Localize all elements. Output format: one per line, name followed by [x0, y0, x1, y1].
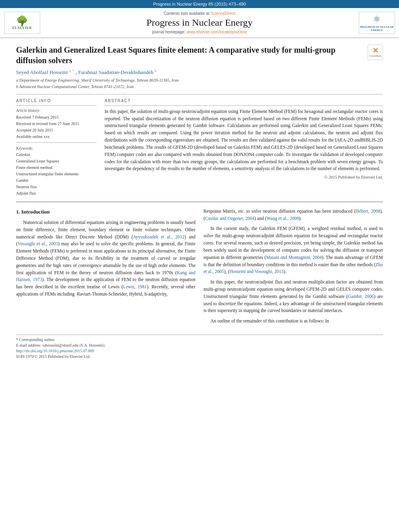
ref-hosseini[interactable]: Hosseini and Vosoughi, 2013: [230, 269, 284, 274]
divider-1: [16, 94, 383, 94]
abstract-text: In this paper, the solution of multi-gro…: [105, 105, 383, 173]
article-content: Galerkin and Generalized Least Squares f…: [0, 38, 399, 366]
article-body: 1. Introduction Numerical solution of di…: [16, 201, 383, 328]
ref-kang[interactable]: Kang and Hansen, 1973: [16, 270, 195, 282]
received-date: Received 7 February 2015: [16, 114, 97, 121]
email-address[interactable]: sahosseini@sharif.edu: [42, 343, 78, 347]
keywords-section: Keywords: Galerkin Generalized Least Squ…: [16, 146, 97, 197]
affiliations: a Department of Energy Engineering, Shar…: [16, 77, 383, 90]
elsevier-logo: 🌳 ELSEVIER: [4, 12, 40, 34]
journal-header: 🌳 ELSEVIER Contents lists available at S…: [0, 8, 399, 38]
journal-title: Progress in Nuclear Energy: [40, 17, 359, 28]
homepage-line: journal homepage: www.elsevier.com/locat…: [40, 30, 359, 34]
elsevier-tree-icon: 🌳: [16, 16, 28, 26]
ref-ayyoubzadeh[interactable]: Ayyoubzadeh et al., 2012: [133, 234, 184, 239]
issn-text: 0149-1970/© 2015 Published by Elsevier L…: [16, 354, 90, 359]
abstract-label: ABSTRACT: [105, 99, 383, 103]
intro-para3: In the current study, the Galerkin FEM (…: [204, 225, 383, 275]
ref-gambit[interactable]: Gambit, 2006: [348, 294, 374, 299]
article-footer: * Corresponding author. E-mail address: …: [16, 335, 383, 359]
keyword-4: Unstructured triangular finite elements: [16, 171, 97, 177]
atom-icon: ⚛: [373, 14, 381, 25]
history-label: Article history:: [16, 108, 97, 113]
body-column-right: Response Matrix, etc. to solve neutron d…: [204, 208, 383, 328]
corresponding-author-note: * Corresponding author.: [16, 337, 383, 342]
email-note: E-mail address: sahosseini@sharif.edu (S…: [16, 343, 383, 347]
keyword-7: Adjoint flux: [16, 190, 97, 197]
banner-text: Progress in Nuclear Energy 85 (2015) 473…: [153, 2, 246, 6]
journal-center-info: Contents lists available at ScienceDirec…: [40, 11, 359, 34]
keyword-5: Gambit: [16, 177, 97, 184]
ref-lewis[interactable]: Lewis, 1981: [123, 284, 147, 289]
ref-cavdar[interactable]: Cavdar and Ozgener, 2004: [205, 216, 255, 221]
copyright-line: © 2015 Published by Elsevier Ltd.: [105, 175, 383, 179]
keyword-6: Neutron flux: [16, 184, 97, 190]
author1-name[interactable]: Seyed Abolfazl Hosseini: [16, 69, 68, 75]
affiliation-a: a Department of Energy Engineering, Shar…: [16, 77, 383, 84]
accepted-date: Accepted 20 July 2015: [16, 127, 97, 134]
keyword-3: Finite element method: [16, 164, 97, 171]
article-info-panel: ARTICLE INFO Article history: Received 7…: [16, 99, 97, 197]
author2-sup: b: [154, 69, 156, 73]
crossmark-icon: ✕: [372, 47, 378, 54]
abstract-section: ABSTRACT In this paper, the solution of …: [105, 99, 383, 197]
authors-line: Seyed Abolfazl Hosseini a, * , Farahnaz …: [16, 69, 383, 76]
content-line-text: Contents lists available at: [164, 11, 209, 16]
article-info-label: ARTICLE INFO: [16, 99, 97, 103]
doi-link[interactable]: http://dx.doi.org/10.1016/j.pnucene.2015…: [16, 349, 94, 353]
ref-vosoughi[interactable]: Vosoughi et al., 2003: [18, 241, 58, 246]
doi-line: http://dx.doi.org/10.1016/j.pnucene.2015…: [16, 349, 383, 353]
author1-sup: a, *: [69, 69, 74, 73]
science-direct-link[interactable]: ScienceDirect: [210, 11, 235, 16]
intro-para2: Response Matrix, etc. to solve neutron d…: [204, 208, 383, 222]
body-column-left: 1. Introduction Numerical solution of di…: [16, 208, 195, 328]
article-title: Galerkin and Generalized Least Squares f…: [16, 45, 368, 66]
content-line: Contents lists available at ScienceDirec…: [40, 11, 359, 16]
pne-label: PROGRESS IN NUCLEAR ENERGY: [359, 25, 395, 32]
keywords-label: Keywords:: [16, 146, 97, 150]
top-banner: Progress in Nuclear Energy 85 (2015) 473…: [0, 0, 399, 8]
ref-hebert[interactable]: Hébert, 2008: [356, 209, 380, 214]
crossmark-badge[interactable]: ✕ CrossMark: [368, 45, 383, 60]
keyword-2: Generalized Least Squares: [16, 158, 97, 164]
available-date: Available online xxx: [16, 134, 97, 140]
intro-heading: 1. Introduction: [16, 208, 195, 216]
issn-line: 0149-1970/© 2015 Published by Elsevier L…: [16, 354, 383, 359]
corresponding-label: * Corresponding author.: [16, 337, 55, 342]
intro-para4: In this paper, the neutron/adjoint flux …: [204, 279, 383, 314]
author2-name[interactable]: Farahnaz Saadatian-Derakhshandeh: [78, 69, 154, 75]
crossmark-label: CrossMark: [369, 54, 381, 58]
intro-para1: Numerical solution of differential equat…: [16, 219, 195, 298]
keyword-1: Galerkin: [16, 152, 97, 158]
pne-logo: ⚛ PROGRESS IN NUCLEAR ENERGY: [359, 12, 395, 34]
elsevier-brand: ELSEVIER: [12, 26, 32, 30]
email-suffix: (S.A. Hosseini).: [80, 343, 105, 347]
email-label: E-mail address:: [16, 343, 41, 347]
info-abstract-section: ARTICLE INFO Article history: Received 7…: [16, 99, 383, 197]
homepage-link[interactable]: www.elsevier.com/locate/pnucene: [187, 30, 247, 34]
history-section: Article history: Received 7 February 201…: [16, 105, 97, 143]
article-title-section: Galerkin and Generalized Least Squares f…: [16, 45, 383, 66]
ref-wang[interactable]: Wang et al., 2009: [267, 216, 299, 221]
revised-date: Received in revised form 27 June 2015: [16, 121, 97, 127]
homepage-label: journal homepage:: [152, 30, 185, 34]
ref-maiani[interactable]: Maiani and Montagnini, 2004: [266, 255, 322, 260]
intro-para5: An outline of the remainder of this cont…: [204, 318, 383, 325]
affiliation-b: b Advanced Nuclear Computational Center,…: [16, 84, 383, 90]
